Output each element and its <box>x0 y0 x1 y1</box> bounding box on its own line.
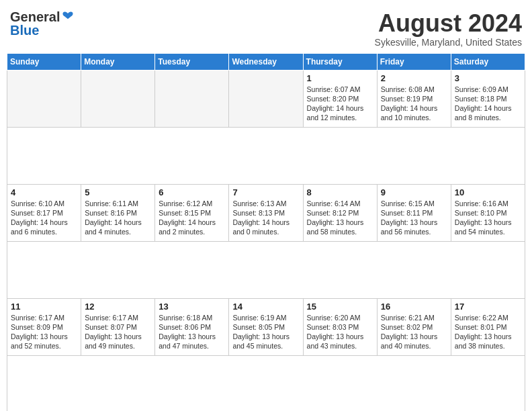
logo-bird-icon <box>61 10 75 24</box>
day-number: 17 <box>455 302 521 312</box>
calendar-day-cell: 10Sunrise: 6:16 AM Sunset: 8:10 PM Dayli… <box>451 184 525 241</box>
day-info: Sunrise: 6:10 AM Sunset: 8:17 PM Dayligh… <box>11 199 77 237</box>
day-number: 2 <box>381 73 447 83</box>
calendar-day-cell: 3Sunrise: 6:09 AM Sunset: 8:18 PM Daylig… <box>451 70 525 127</box>
logo-general-text: General <box>10 10 60 24</box>
calendar-day-cell: 11Sunrise: 6:17 AM Sunset: 8:09 PM Dayli… <box>7 298 81 355</box>
month-title: August 2024 <box>375 10 522 37</box>
day-info: Sunrise: 6:11 AM Sunset: 8:16 PM Dayligh… <box>85 199 151 237</box>
calendar-day-cell: 8Sunrise: 6:14 AM Sunset: 8:12 PM Daylig… <box>303 184 377 241</box>
day-number: 1 <box>307 73 373 83</box>
calendar-day-cell: 1Sunrise: 6:07 AM Sunset: 8:20 PM Daylig… <box>303 70 377 127</box>
calendar-day-cell: 14Sunrise: 6:19 AM Sunset: 8:05 PM Dayli… <box>229 298 303 355</box>
day-number: 15 <box>307 302 373 312</box>
week-separator <box>7 355 525 411</box>
day-number: 13 <box>159 302 225 312</box>
weekday-header-friday: Friday <box>377 53 451 70</box>
calendar-day-cell <box>155 70 229 127</box>
calendar-day-cell: 6Sunrise: 6:12 AM Sunset: 8:15 PM Daylig… <box>155 184 229 241</box>
week-separator-row <box>7 355 525 411</box>
calendar-week-row: 11Sunrise: 6:17 AM Sunset: 8:09 PM Dayli… <box>7 298 525 355</box>
day-info: Sunrise: 6:18 AM Sunset: 8:06 PM Dayligh… <box>159 313 225 351</box>
location-subtitle: Sykesville, Maryland, United States <box>375 37 522 48</box>
day-info: Sunrise: 6:08 AM Sunset: 8:19 PM Dayligh… <box>381 85 447 123</box>
day-number: 7 <box>232 187 299 197</box>
day-info: Sunrise: 6:17 AM Sunset: 8:09 PM Dayligh… <box>11 313 77 351</box>
calendar-day-cell: 17Sunrise: 6:22 AM Sunset: 8:01 PM Dayli… <box>451 298 525 355</box>
day-number: 11 <box>11 302 77 312</box>
week-separator-row <box>7 127 525 184</box>
logo-blue-text: Blue <box>10 24 39 37</box>
calendar-day-cell: 15Sunrise: 6:20 AM Sunset: 8:03 PM Dayli… <box>303 298 377 355</box>
day-info: Sunrise: 6:13 AM Sunset: 8:13 PM Dayligh… <box>232 199 299 237</box>
weekday-header-wednesday: Wednesday <box>229 53 303 70</box>
calendar-day-cell <box>7 70 81 127</box>
header: General Blue August 2024 Sykesville, Mar… <box>7 7 525 48</box>
weekday-header-row: SundayMondayTuesdayWednesdayThursdayFrid… <box>7 53 525 70</box>
week-separator <box>7 127 525 184</box>
weekday-header-tuesday: Tuesday <box>155 53 229 70</box>
title-area: August 2024 Sykesville, Maryland, United… <box>375 10 522 48</box>
day-number: 10 <box>455 187 521 197</box>
calendar-day-cell <box>81 70 155 127</box>
day-info: Sunrise: 6:20 AM Sunset: 8:03 PM Dayligh… <box>307 313 373 351</box>
logo: General Blue <box>10 10 75 37</box>
day-number: 3 <box>455 73 521 83</box>
calendar-day-cell: 4Sunrise: 6:10 AM Sunset: 8:17 PM Daylig… <box>7 184 81 241</box>
day-number: 5 <box>85 187 151 197</box>
calendar-day-cell: 9Sunrise: 6:15 AM Sunset: 8:11 PM Daylig… <box>377 184 451 241</box>
calendar-day-cell: 16Sunrise: 6:21 AM Sunset: 8:02 PM Dayli… <box>377 298 451 355</box>
day-info: Sunrise: 6:07 AM Sunset: 8:20 PM Dayligh… <box>307 85 373 123</box>
day-info: Sunrise: 6:14 AM Sunset: 8:12 PM Dayligh… <box>307 199 373 237</box>
calendar-week-row: 1Sunrise: 6:07 AM Sunset: 8:20 PM Daylig… <box>7 70 525 127</box>
calendar-week-row: 4Sunrise: 6:10 AM Sunset: 8:17 PM Daylig… <box>7 184 525 241</box>
day-number: 4 <box>11 187 77 197</box>
calendar-day-cell: 7Sunrise: 6:13 AM Sunset: 8:13 PM Daylig… <box>229 184 303 241</box>
day-info: Sunrise: 6:22 AM Sunset: 8:01 PM Dayligh… <box>455 313 521 351</box>
day-info: Sunrise: 6:17 AM Sunset: 8:07 PM Dayligh… <box>85 313 151 351</box>
week-separator-row <box>7 241 525 298</box>
weekday-header-sunday: Sunday <box>7 53 81 70</box>
day-info: Sunrise: 6:16 AM Sunset: 8:10 PM Dayligh… <box>455 199 521 237</box>
day-info: Sunrise: 6:19 AM Sunset: 8:05 PM Dayligh… <box>232 313 299 351</box>
weekday-header-thursday: Thursday <box>303 53 377 70</box>
week-separator <box>7 241 525 298</box>
calendar-day-cell: 13Sunrise: 6:18 AM Sunset: 8:06 PM Dayli… <box>155 298 229 355</box>
day-number: 6 <box>159 187 225 197</box>
day-info: Sunrise: 6:21 AM Sunset: 8:02 PM Dayligh… <box>381 313 447 351</box>
day-number: 9 <box>381 187 447 197</box>
calendar-day-cell: 12Sunrise: 6:17 AM Sunset: 8:07 PM Dayli… <box>81 298 155 355</box>
day-number: 14 <box>232 302 299 312</box>
day-number: 12 <box>85 302 151 312</box>
day-number: 8 <box>307 187 373 197</box>
calendar-day-cell <box>229 70 303 127</box>
weekday-header-saturday: Saturday <box>451 53 525 70</box>
calendar-day-cell: 5Sunrise: 6:11 AM Sunset: 8:16 PM Daylig… <box>81 184 155 241</box>
day-info: Sunrise: 6:09 AM Sunset: 8:18 PM Dayligh… <box>455 85 521 123</box>
day-info: Sunrise: 6:15 AM Sunset: 8:11 PM Dayligh… <box>381 199 447 237</box>
calendar-table: SundayMondayTuesdayWednesdayThursdayFrid… <box>7 53 525 411</box>
calendar-day-cell: 2Sunrise: 6:08 AM Sunset: 8:19 PM Daylig… <box>377 70 451 127</box>
weekday-header-monday: Monday <box>81 53 155 70</box>
day-info: Sunrise: 6:12 AM Sunset: 8:15 PM Dayligh… <box>159 199 225 237</box>
day-number: 16 <box>381 302 447 312</box>
